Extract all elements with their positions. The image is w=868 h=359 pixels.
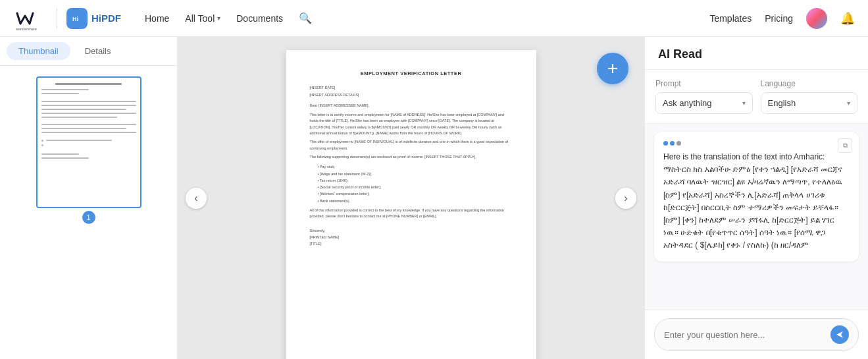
language-select[interactable]: English ▾ bbox=[761, 92, 858, 114]
header-divider bbox=[57, 9, 57, 28]
ai-read-header: AI Read bbox=[645, 37, 868, 70]
doc-list-item: • Pay stub; bbox=[318, 164, 513, 169]
preview-list bbox=[41, 144, 136, 147]
doc-list-item: • [Workers' compensation letter]; bbox=[318, 191, 513, 196]
nav-home-label: Home bbox=[145, 13, 169, 24]
nav-search[interactable]: 🔍 bbox=[291, 0, 320, 37]
hipdf-logo[interactable]: Hi HiPDF bbox=[66, 8, 121, 29]
preview-line bbox=[46, 140, 113, 141]
tab-thumbnail[interactable]: Thumbnail bbox=[7, 42, 70, 60]
input-area bbox=[645, 310, 868, 359]
prompt-control: Prompt Ask anything ▾ bbox=[655, 79, 753, 114]
tab-details-label: Details bbox=[85, 46, 111, 56]
chat-bubble-header bbox=[663, 141, 850, 146]
tab-thumbnail-label: Thumbnail bbox=[18, 46, 59, 56]
preview-line bbox=[41, 109, 127, 110]
doc-section-date: [INSERT DATE] [INSERT ADDRESS DETAILS] bbox=[310, 85, 513, 97]
language-control: Language English ▾ bbox=[761, 79, 858, 114]
user-avatar[interactable] bbox=[806, 8, 827, 29]
doc-list-item: • [Wage and tax statement (W-2)]; bbox=[318, 171, 513, 177]
search-icon: 🔍 bbox=[299, 12, 312, 24]
doc-list-item: • Tax return (1040); bbox=[318, 178, 513, 183]
send-button[interactable] bbox=[830, 325, 849, 344]
doc-closing-para: All of this information provided is corr… bbox=[310, 207, 513, 220]
prompt-select-value: Ask anything bbox=[663, 98, 711, 108]
prompt-chevron-icon: ▾ bbox=[742, 99, 746, 107]
nav-documents-label: Documents bbox=[236, 13, 283, 24]
thumbnail-list: 1 bbox=[0, 66, 177, 359]
preview-line bbox=[41, 93, 80, 94]
next-page-button[interactable]: › bbox=[615, 188, 636, 209]
preview-line bbox=[41, 128, 127, 129]
ai-read-title: AI Read bbox=[658, 47, 702, 61]
doc-list: • Pay stub; • [Wage and tax statement (W… bbox=[310, 164, 513, 204]
main-content: Thumbnail Details bbox=[0, 37, 868, 359]
doc-list-item: • [Social security proof of income lette… bbox=[318, 184, 513, 190]
panel-controls: Prompt Ask anything ▾ Language English ▾ bbox=[645, 70, 868, 124]
language-label: Language bbox=[761, 79, 858, 88]
page-number-badge: 1 bbox=[82, 211, 95, 224]
dot-2 bbox=[670, 141, 675, 146]
doc-insert-address: [INSERT ADDRESS DETAILS] bbox=[310, 92, 513, 97]
panel-tabs: Thumbnail Details bbox=[0, 37, 177, 66]
copy-icon[interactable]: ⧉ bbox=[838, 138, 852, 153]
language-chevron-icon: ▾ bbox=[847, 99, 850, 107]
nav-home[interactable]: Home bbox=[137, 0, 177, 37]
preview-line bbox=[41, 89, 89, 90]
prompt-select[interactable]: Ask anything ▾ bbox=[655, 92, 753, 114]
svg-text:wondershare: wondershare bbox=[15, 27, 37, 30]
send-icon bbox=[835, 330, 844, 339]
doc-salutation: Dear [INSERT ADDRESSEE NAME], bbox=[310, 103, 513, 108]
doc-para3: The following supporting document(s) are… bbox=[310, 154, 513, 160]
doc-page: EMPLOYMENT VERIFICATION LETTER [INSERT D… bbox=[286, 50, 536, 359]
tab-details[interactable]: Details bbox=[73, 42, 123, 60]
preview-bullet bbox=[41, 140, 43, 142]
hipdf-icon: Hi bbox=[66, 8, 88, 29]
doc-list-item: • Bank statement(s). bbox=[318, 198, 513, 204]
input-wrapper bbox=[654, 318, 859, 351]
svg-text:Hi: Hi bbox=[72, 16, 78, 22]
header: wondershare Hi HiPDF Home All Tool ▾ Doc… bbox=[0, 0, 868, 37]
all-tool-chevron-icon: ▾ bbox=[217, 14, 220, 22]
language-select-value: English bbox=[768, 98, 796, 108]
typing-dots bbox=[663, 141, 681, 146]
preview-line bbox=[41, 117, 117, 118]
ws-logo-icon: wondershare bbox=[13, 7, 37, 30]
doc-para1: This letter is to certify income and emp… bbox=[310, 112, 513, 136]
hipdf-logo-svg: Hi bbox=[70, 12, 84, 25]
chat-bubble: ⧉ Here is the translation of the text in… bbox=[654, 132, 859, 262]
preview-line bbox=[41, 157, 89, 159]
dot-1 bbox=[663, 141, 668, 146]
thumbnail-image bbox=[36, 76, 141, 208]
thumbnail-item[interactable]: 1 bbox=[36, 76, 141, 224]
prev-arrow-icon: ‹ bbox=[194, 192, 197, 204]
doc-insert-date: [INSERT DATE] bbox=[310, 85, 513, 90]
left-panel: Thumbnail Details bbox=[0, 37, 178, 359]
preview-line bbox=[41, 153, 80, 155]
nav-documents[interactable]: Documents bbox=[228, 0, 291, 37]
fab-add-button[interactable]: + bbox=[597, 53, 628, 84]
doc-preview bbox=[38, 78, 140, 207]
header-right: Templates Pricing 🔔 bbox=[709, 8, 855, 29]
nav-all-tool[interactable]: All Tool ▾ bbox=[177, 0, 228, 37]
preview-line bbox=[41, 132, 136, 133]
question-input[interactable] bbox=[664, 330, 825, 340]
preview-list bbox=[41, 139, 136, 142]
right-panel: AI Read Prompt Ask anything ▾ Language E… bbox=[644, 37, 868, 359]
bell-icon[interactable]: 🔔 bbox=[840, 11, 855, 26]
nav-templates[interactable]: Templates bbox=[709, 13, 752, 24]
doc-title: EMPLOYMENT VERIFICATION LETTER bbox=[310, 70, 513, 77]
prev-page-button[interactable]: ‹ bbox=[186, 188, 207, 209]
doc-sincerely: Sincerely, bbox=[310, 228, 513, 233]
nav-pricing[interactable]: Pricing bbox=[765, 13, 793, 24]
preview-line bbox=[41, 105, 136, 106]
preview-line bbox=[41, 124, 136, 125]
chat-response-text: Here is the translation of the text into… bbox=[663, 151, 850, 252]
wondershare-logo[interactable]: wondershare bbox=[13, 7, 37, 30]
doc-para2: This offer of employment to [NAME OF IND… bbox=[310, 139, 513, 152]
doc-title-field: [TITLE] bbox=[310, 241, 513, 246]
prompt-label: Prompt bbox=[655, 79, 753, 88]
preview-title-line bbox=[55, 83, 122, 85]
preview-bullet bbox=[41, 144, 43, 146]
nav-all-tool-label: All Tool bbox=[185, 13, 215, 24]
